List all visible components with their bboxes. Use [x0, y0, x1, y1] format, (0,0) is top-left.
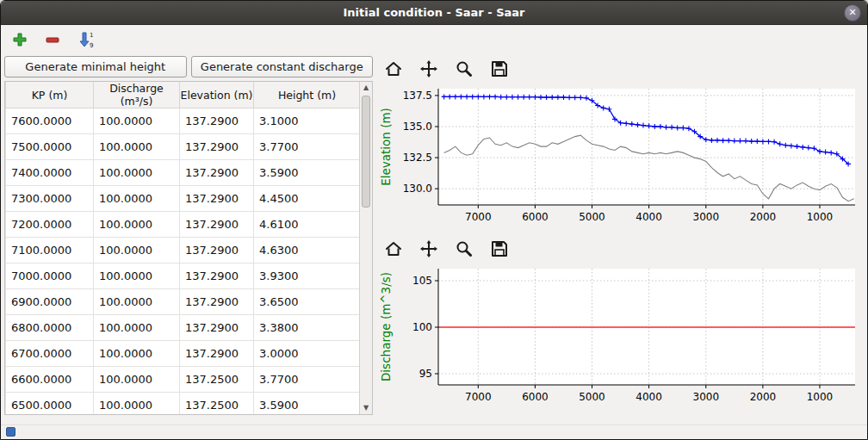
close-button[interactable]: ✕: [844, 4, 861, 22]
x-tick-label: 6000: [522, 391, 549, 403]
table-cell[interactable]: 3.5900: [254, 160, 361, 186]
x-tick-label: 7000: [465, 211, 492, 223]
table-cell[interactable]: 3.5900: [254, 393, 361, 416]
chart-canvas[interactable]: 700060005000400030002000100095100105Disc…: [376, 262, 862, 412]
table-cell[interactable]: 100.0000: [94, 289, 180, 315]
table-cell[interactable]: 137.2900: [180, 186, 254, 212]
titlebar[interactable]: Initial condition - Saar - Saar ✕: [1, 1, 867, 25]
table-cell[interactable]: 137.2500: [180, 393, 254, 416]
scrollbar-thumb[interactable]: [362, 96, 370, 208]
table-cell[interactable]: 3.1000: [254, 108, 361, 134]
table-cell[interactable]: 6500.0000: [6, 393, 94, 416]
remove-row-button[interactable]: [42, 29, 63, 50]
chart-canvas[interactable]: 7000600050004000300020001000130.0132.513…: [376, 82, 862, 232]
table-cell[interactable]: 100.0000: [94, 367, 180, 393]
column-header[interactable]: KP (m): [6, 82, 94, 108]
discharge-chart[interactable]: 700060005000400030002000100095100105Disc…: [376, 262, 862, 412]
table-cell[interactable]: 7200.0000: [6, 212, 94, 238]
table-cell[interactable]: 4.6100: [254, 212, 361, 238]
table-cell[interactable]: 6700.0000: [6, 341, 94, 367]
y-tick-label: 95: [419, 368, 432, 380]
scroll-down-icon[interactable]: ▼: [360, 402, 372, 414]
app-window: Initial condition - Saar - Saar ✕ 1 9 Ge…: [0, 0, 868, 440]
zoom-button[interactable]: [454, 59, 474, 79]
column-header[interactable]: Height (m): [254, 82, 361, 108]
table-cell[interactable]: 6800.0000: [6, 315, 94, 341]
table-cell[interactable]: 3.0000: [254, 341, 361, 367]
x-tick-label: 5000: [579, 211, 605, 223]
y-tick-label: 135.0: [403, 121, 432, 133]
x-tick-label: 3000: [693, 391, 720, 403]
table-cell[interactable]: 137.2900: [180, 160, 254, 186]
table-scrollbar[interactable]: ▲ ▼: [359, 82, 372, 414]
x-tick-label: 2000: [750, 211, 777, 223]
save-icon: [490, 59, 509, 78]
table-cell[interactable]: 137.2900: [180, 134, 254, 160]
table-cell[interactable]: 137.2900: [180, 263, 254, 289]
pan-button[interactable]: [418, 59, 439, 79]
home-button[interactable]: [383, 59, 404, 79]
table-cell[interactable]: 4.4500: [254, 186, 361, 212]
x-tick-label: 7000: [465, 391, 492, 403]
save-button[interactable]: [489, 59, 510, 79]
generate-minimal-height-button[interactable]: Generate minimal height: [4, 56, 187, 77]
x-tick-label: 6000: [522, 211, 549, 223]
table-cell[interactable]: 7300.0000: [6, 186, 94, 212]
y-tick-label: 132.5: [403, 152, 432, 164]
table-cell[interactable]: 3.9300: [254, 263, 361, 289]
zoom-button[interactable]: [454, 239, 474, 259]
table-cell[interactable]: 137.2900: [180, 108, 254, 134]
table-cell[interactable]: 3.6500: [254, 289, 361, 315]
table-cell[interactable]: 137.2500: [180, 367, 254, 393]
scroll-up-icon[interactable]: ▲: [360, 82, 372, 94]
data-table: KP (m)Discharge (m³/s)Elevation (m)Heigh…: [5, 82, 361, 415]
y-tick-label: 100: [412, 321, 432, 333]
table-cell[interactable]: 137.2900: [180, 212, 254, 238]
add-row-button[interactable]: [9, 29, 30, 50]
window-title: Initial condition - Saar - Saar: [343, 6, 524, 19]
table-cell[interactable]: 137.2900: [180, 315, 254, 341]
table-cell[interactable]: 100.0000: [94, 186, 180, 212]
remove-icon: [45, 32, 60, 47]
zoom-icon: [455, 59, 474, 78]
table-row: 6800.0000100.0000137.29003.3800: [6, 315, 361, 341]
table-row: 7100.0000100.0000137.29004.6300: [6, 238, 361, 263]
table-cell[interactable]: 100.0000: [94, 212, 180, 238]
generate-constant-discharge-button[interactable]: Generate constant discharge: [191, 56, 374, 77]
table-cell[interactable]: 7400.0000: [6, 160, 94, 186]
sort-button[interactable]: 1 9: [75, 29, 96, 50]
home-button[interactable]: [383, 239, 404, 259]
table-cell[interactable]: 3.7700: [254, 367, 361, 393]
x-tick-label: 4000: [636, 391, 662, 403]
table-cell[interactable]: 4.6300: [254, 238, 361, 263]
column-header[interactable]: Elevation (m): [180, 82, 254, 108]
table-row: 6600.0000100.0000137.25003.7700: [6, 367, 361, 393]
table-cell[interactable]: 7500.0000: [6, 134, 94, 160]
table-cell[interactable]: 100.0000: [94, 263, 180, 289]
table-cell[interactable]: 137.2900: [180, 341, 254, 367]
table-cell[interactable]: 7600.0000: [6, 108, 94, 134]
table-cell[interactable]: 100.0000: [94, 160, 180, 186]
pan-button[interactable]: [418, 239, 439, 259]
table-cell[interactable]: 100.0000: [94, 315, 180, 341]
table-cell[interactable]: 6600.0000: [6, 367, 94, 393]
elevation-chart[interactable]: 7000600050004000300020001000130.0132.513…: [376, 82, 862, 232]
table-cell[interactable]: 100.0000: [94, 341, 180, 367]
table-cell[interactable]: 100.0000: [94, 393, 180, 416]
table-cell[interactable]: 6900.0000: [6, 289, 94, 315]
table-cell[interactable]: 137.2900: [180, 289, 254, 315]
table-cell[interactable]: 3.7700: [254, 134, 361, 160]
column-header[interactable]: Discharge (m³/s): [94, 82, 180, 108]
home-icon: [384, 59, 403, 78]
y-tick-label: 137.5: [403, 90, 432, 102]
table-cell[interactable]: 137.2900: [180, 238, 254, 263]
save-button[interactable]: [489, 239, 510, 259]
table-cell[interactable]: 7100.0000: [6, 238, 94, 263]
table-cell[interactable]: 100.0000: [94, 238, 180, 263]
table-cell[interactable]: 3.3800: [254, 315, 361, 341]
table-cell[interactable]: 100.0000: [94, 134, 180, 160]
table-cell[interactable]: 7000.0000: [6, 263, 94, 289]
table-row: 7300.0000100.0000137.29004.4500: [6, 186, 361, 212]
y-tick-label: 105: [412, 275, 432, 287]
table-cell[interactable]: 100.0000: [94, 108, 180, 134]
